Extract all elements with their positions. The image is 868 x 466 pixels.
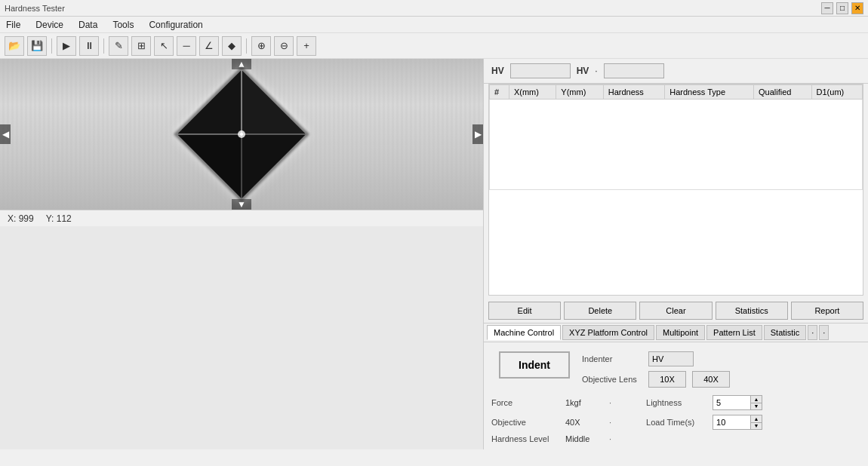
x-coordinate: X: 999: [8, 213, 34, 224]
hv-input-2[interactable]: [604, 63, 664, 78]
objective-loadtime-row: Objective 40X · Load Time(s) ▲ ▼: [491, 415, 860, 430]
hardness-level-sep: ·: [609, 434, 611, 443]
lightness-spinbox[interactable]: ▲ ▼: [713, 395, 762, 410]
report-button[interactable]: Report: [791, 302, 863, 320]
minimize-button[interactable]: ─: [821, 2, 833, 14]
hv-label-1: HV: [491, 66, 504, 76]
tab-more-button[interactable]: ·: [808, 325, 817, 340]
loadtime-up-button[interactable]: ▲: [751, 415, 762, 423]
col-header-qualified: Qualified: [754, 85, 812, 100]
hardness-level-row: Hardness Level Middle ·: [491, 434, 860, 443]
menu-configuration[interactable]: Configuration: [146, 18, 205, 32]
menu-data[interactable]: Data: [75, 18, 100, 32]
force-value: 1kgf: [565, 398, 603, 407]
lightness-input[interactable]: [713, 395, 750, 410]
lightness-up-button[interactable]: ▲: [751, 396, 762, 403]
minus-line-icon: ─: [183, 40, 189, 51]
table-body: [490, 100, 863, 190]
tab-statistic[interactable]: Statistic: [764, 325, 807, 340]
coords-bar: X: 999 Y: 112: [0, 210, 483, 226]
hv-input-1[interactable]: [510, 63, 571, 78]
edit-tool-button[interactable]: ✎: [109, 36, 128, 56]
lightness-down-button[interactable]: ▼: [751, 403, 762, 410]
image-panel: ▲ ▼ ◀ ▶: [0, 59, 483, 210]
col-header-ymm: Y(mm): [556, 85, 603, 100]
svg-point-11: [240, 133, 243, 136]
data-table-wrapper[interactable]: # X(mm) Y(mm) Hardness Hardness Type Qua…: [488, 84, 863, 296]
zoom-in-button[interactable]: ⊕: [251, 36, 271, 56]
lens-40x-button[interactable]: 40X: [692, 371, 730, 388]
menu-bar: File Device Data Tools Configuration: [0, 17, 868, 33]
lens-10x-button[interactable]: 10X: [648, 371, 686, 388]
lightness-spinbox-buttons: ▲ ▼: [750, 395, 762, 410]
grid-button[interactable]: ⊞: [131, 36, 151, 56]
zoom-out-button[interactable]: ⊖: [274, 36, 294, 56]
left-arrow-icon: ◀: [2, 129, 9, 139]
separator-2: [103, 38, 104, 54]
edit-icon: ✎: [115, 40, 123, 51]
menu-tools[interactable]: Tools: [109, 18, 137, 32]
tab-pattern-list[interactable]: Pattern List: [706, 325, 762, 340]
separator-3: [246, 38, 247, 54]
pause-icon: ⏸: [85, 40, 94, 51]
right-panel: HV HV · # X(mm) Y(mm) Hardness Hardness …: [483, 59, 868, 449]
line-button[interactable]: ─: [177, 36, 196, 56]
play-icon: ▶: [63, 40, 70, 51]
indent-button[interactable]: Indent: [499, 351, 570, 379]
tab-xyz-platform[interactable]: XYZ Platform Control: [562, 325, 654, 340]
angle-button[interactable]: ∠: [199, 36, 219, 56]
grid-icon: ⊞: [137, 40, 146, 51]
tab-multipoint[interactable]: Multipoint: [656, 325, 705, 340]
hardness-level-label: Hardness Level: [491, 434, 559, 443]
force-label: Force: [491, 398, 559, 407]
objective-lens-row: Objective Lens 10X 40X: [582, 371, 730, 388]
loadtime-spinbox[interactable]: ▲ ▼: [713, 415, 762, 430]
hardness-level-value: Middle: [565, 434, 603, 443]
scroll-left-button[interactable]: ◀: [0, 124, 11, 144]
microscope-view[interactable]: ▲ ▼ ◀ ▶: [0, 59, 483, 210]
add-button[interactable]: +: [297, 36, 316, 56]
scroll-right-button[interactable]: ▶: [472, 124, 483, 144]
machine-control-panel: Indent Indenter HV Objective Lens 10X 40…: [484, 342, 868, 449]
statistics-button[interactable]: Statistics: [716, 302, 788, 320]
col-header-hardness-type: Hardness Type: [665, 85, 754, 100]
open-button[interactable]: 📂: [5, 36, 24, 56]
loadtime-down-button[interactable]: ▼: [751, 423, 762, 430]
cursor-button[interactable]: ↖: [154, 36, 174, 56]
play-button[interactable]: ▶: [57, 36, 76, 56]
loadtime-label: Load Time(s): [646, 418, 706, 427]
menu-device[interactable]: Device: [32, 18, 66, 32]
edit-button[interactable]: Edit: [488, 302, 561, 320]
clear-button[interactable]: Clear: [639, 302, 712, 320]
hv-separator: ·: [595, 66, 597, 76]
save-button[interactable]: 💾: [27, 36, 47, 56]
tab-arrow-button[interactable]: ·: [819, 325, 829, 340]
tabs-row: Machine Control XYZ Platform Control Mul…: [484, 323, 868, 342]
table-actions: Edit Delete Clear Statistics Report: [484, 299, 868, 323]
close-button[interactable]: ✕: [851, 2, 863, 14]
objective-label: Objective: [491, 418, 559, 427]
main-content: ▲ ▼ ◀ ▶: [0, 59, 868, 449]
data-table: # X(mm) Y(mm) Hardness Hardness Type Qua…: [489, 84, 863, 190]
svg-marker-3: [177, 134, 242, 198]
objective-value: 40X: [565, 418, 603, 427]
delete-button[interactable]: Delete: [564, 302, 636, 320]
col-header-num: #: [490, 85, 509, 100]
objective-lens-label: Objective Lens: [582, 375, 642, 384]
pause-button[interactable]: ⏸: [79, 36, 99, 56]
indenter-row: Indenter HV: [582, 351, 694, 366]
app-title: Hardness Tester: [5, 4, 65, 13]
diamond-button[interactable]: ◆: [222, 36, 242, 56]
maximize-button[interactable]: □: [836, 2, 848, 14]
indenter-field: HV: [648, 351, 694, 366]
indenter-area: Indenter HV Objective Lens 10X 40X: [582, 351, 730, 388]
indenter-label: Indenter: [582, 354, 642, 363]
hv-bar: HV HV ·: [484, 59, 868, 84]
tab-machine-control[interactable]: Machine Control: [487, 325, 561, 340]
force-sep: ·: [609, 398, 611, 407]
zoom-in-icon: ⊕: [257, 40, 266, 51]
left-section: ▲ ▼ ◀ ▶: [0, 59, 483, 449]
menu-file[interactable]: File: [3, 18, 23, 32]
add-icon: +: [303, 40, 309, 51]
loadtime-input[interactable]: [713, 415, 750, 430]
